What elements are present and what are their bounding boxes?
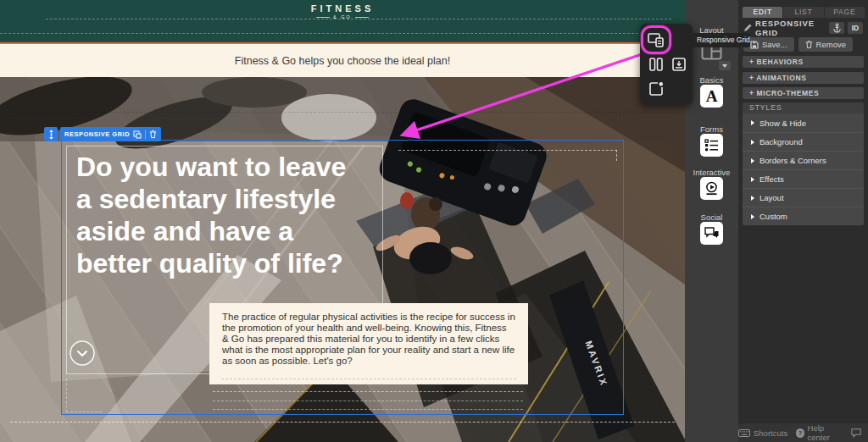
site-logo-sub-label: & GO: [333, 14, 352, 19]
style-item-layout[interactable]: Layout: [743, 188, 864, 207]
anchor-button[interactable]: [829, 22, 844, 34]
new-section-button[interactable]: [646, 79, 666, 99]
styles-panel: Show & Hide Background Borders & Corners…: [743, 113, 864, 225]
forms-widget-icon[interactable]: [700, 134, 723, 157]
add-box-icon: [647, 80, 665, 98]
editor-guide-line: [10, 422, 675, 423]
site-header[interactable]: FITNESS & GO: [0, 0, 685, 42]
element-title: RESPONSIVE GRID: [755, 19, 826, 37]
expand-arrow-icon: [751, 177, 754, 182]
responsive-grid-widget-button[interactable]: [646, 30, 666, 50]
tab-list[interactable]: LIST: [783, 7, 823, 18]
style-item-label: Custom: [760, 212, 787, 221]
hero-section: MAVRIX: [0, 77, 685, 442]
palette-section-interactive: Interactive: [685, 168, 738, 177]
basics-widget-icon[interactable]: A: [700, 85, 723, 108]
selection-badge-label: RESPONSIVE GRID: [64, 130, 130, 138]
announcement-bar[interactable]: Fitness & Go helps you choose the ideal …: [0, 42, 685, 77]
import-section-icon: [670, 55, 688, 74]
selection-badge-group: RESPONSIVE GRID: [44, 127, 161, 141]
chevron-down-icon: [69, 340, 96, 367]
section-animations[interactable]: + ANIMATIONS: [743, 72, 864, 84]
site-logo[interactable]: FITNESS & GO: [0, 3, 685, 19]
remove-button[interactable]: Remove: [798, 37, 853, 52]
hero-paragraph-text: The practice of regular physical activit…: [222, 312, 515, 367]
section-behaviors[interactable]: + BEHAVIORS: [743, 56, 864, 68]
logo-rule-right: [355, 17, 369, 18]
save-button-label: Save...: [762, 40, 787, 49]
badge-divider: [145, 130, 146, 139]
page-canvas: FITNESS & GO Fitness & Go helps you choo…: [0, 0, 685, 442]
style-item-label: Effects: [760, 174, 784, 184]
section-micro-themes[interactable]: + MICRO-THEMES: [743, 87, 864, 99]
expand-arrow-icon: [751, 196, 754, 201]
palette-section-basics: Basics: [685, 75, 738, 85]
style-item-custom[interactable]: Custom: [743, 207, 864, 225]
save-button[interactable]: Save...: [743, 37, 794, 52]
logo-rule-left: [316, 17, 330, 18]
editor-guide-line: [213, 401, 523, 401]
columns-icon: [647, 55, 665, 74]
saved-section-button[interactable]: [669, 54, 689, 75]
headline-line: a sedentary lifestyle: [76, 183, 383, 215]
letter-a-glyph: A: [706, 87, 718, 106]
interactive-widget-icon[interactable]: [700, 177, 723, 200]
help-center-label: Help center: [808, 423, 843, 442]
shortcuts-label: Shortcuts: [754, 428, 787, 438]
editor-guide-line: [398, 150, 617, 151]
panel-tabs: EDIT LIST PAGE: [743, 7, 865, 18]
trash-icon: [805, 40, 813, 49]
tab-page[interactable]: PAGE: [825, 7, 865, 18]
panel-footer: Shortcuts ? Help center: [738, 423, 868, 442]
widget-palette: Layout Basics A Forms Inte: [685, 0, 738, 442]
palette-section-social: Social: [685, 213, 738, 222]
editor-guide-line: [0, 33, 685, 34]
widget-tooltip: Responsive Grid: [691, 33, 750, 47]
save-to-library-icon[interactable]: [133, 130, 142, 139]
editor-guide-line: [213, 391, 523, 392]
site-logo-text: FITNESS: [0, 3, 685, 14]
move-arrows-icon: [47, 130, 55, 140]
editor-guide-line: [213, 409, 523, 410]
palette-collapse-chevron[interactable]: [719, 61, 731, 70]
hero-paragraph-box[interactable]: The practice of regular physical activit…: [209, 303, 528, 384]
site-logo-subtext: & GO: [0, 14, 685, 19]
editor-guide-line: [221, 378, 516, 379]
remove-button-label: Remove: [816, 40, 846, 49]
hero-headline[interactable]: Do you want to leave a sedentary lifesty…: [76, 151, 383, 279]
announcement-text: Fitness & Go helps you choose the ideal …: [0, 44, 685, 67]
style-item-label: Show & Hide: [760, 119, 806, 128]
anchor-icon: [832, 23, 842, 33]
element-title-row: RESPONSIVE GRID ID: [743, 21, 863, 34]
tab-edit[interactable]: EDIT: [743, 7, 782, 18]
shortcuts-link[interactable]: Shortcuts: [738, 428, 787, 438]
palette-section-forms: Forms: [685, 124, 738, 134]
drag-handle-icon[interactable]: [44, 127, 58, 141]
styles-header: STYLES: [743, 102, 864, 113]
selection-badge[interactable]: RESPONSIVE GRID: [60, 127, 161, 141]
help-center-link[interactable]: ? Help center: [796, 423, 843, 442]
expand-arrow-icon: [751, 120, 754, 125]
responsive-grid-icon: [647, 30, 665, 49]
style-item-show-hide[interactable]: Show & Hide: [743, 113, 864, 132]
headline-line: Do you want to leave: [76, 151, 383, 183]
style-item-effects[interactable]: Effects: [743, 169, 864, 188]
chat-bubble-icon[interactable]: [851, 428, 861, 438]
expand-arrow-icon: [751, 158, 754, 163]
editor-guide-box: [66, 378, 102, 412]
headline-line: better quality of life?: [76, 247, 383, 279]
style-item-background[interactable]: Background: [743, 132, 864, 151]
delete-icon[interactable]: [149, 130, 157, 139]
layout-widgets-popup: Responsive Grid: [640, 24, 693, 105]
save-disk-icon: [750, 41, 759, 49]
style-item-label: Borders & Corners: [760, 156, 826, 165]
style-item-label: Background: [760, 137, 803, 146]
columns-widget-button[interactable]: [646, 54, 666, 75]
social-widget-icon[interactable]: [700, 222, 723, 245]
scroll-down-button[interactable]: [69, 340, 96, 367]
editor-window: FITNESS & GO Fitness & Go helps you choo…: [0, 0, 868, 442]
question-mark-icon: ?: [796, 428, 804, 438]
id-button[interactable]: ID: [848, 22, 863, 34]
style-item-borders-corners[interactable]: Borders & Corners: [743, 151, 864, 169]
style-item-label: Layout: [760, 193, 784, 202]
